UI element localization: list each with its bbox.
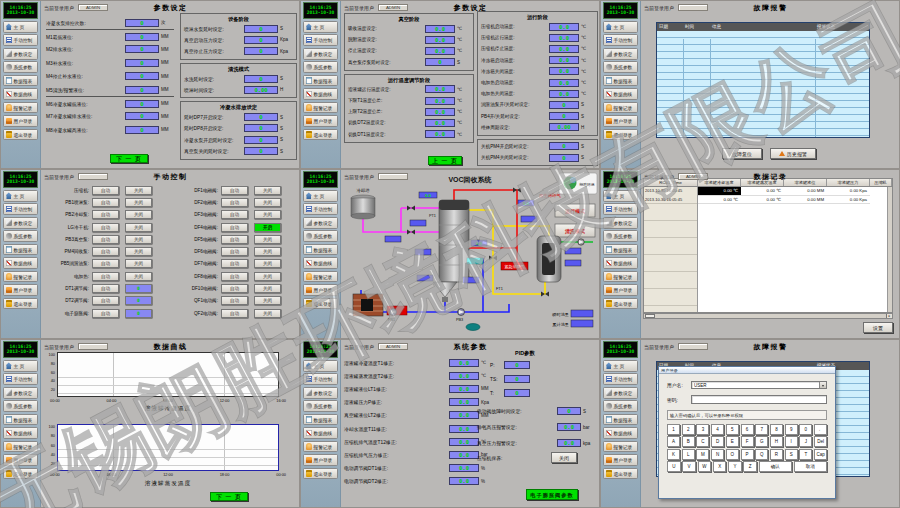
value-field[interactable]: 0.0 <box>449 359 479 367</box>
scroll-right-arrow[interactable]: ▸ <box>886 314 892 318</box>
state-button[interactable]: 0 <box>125 296 152 305</box>
value-field[interactable]: 0.0 <box>449 464 479 472</box>
sidebar-item-manual[interactable]: 手动控制 <box>303 373 338 385</box>
key-button[interactable]: V <box>682 461 696 472</box>
value-field[interactable]: 0.0 <box>549 34 579 42</box>
sidebar-item-home[interactable]: 主 页 <box>303 21 338 33</box>
sidebar-item-curve[interactable]: 数据曲线 <box>603 257 638 269</box>
sidebar-item-manual[interactable]: 手动控制 <box>3 34 38 46</box>
value-field[interactable]: 0.0 <box>449 425 479 433</box>
table-row[interactable]: 2013-10-30 16:05:45 0.00 ℃ 0.00 ℃ 0.00 M… <box>644 196 892 205</box>
value-field[interactable]: 0 <box>125 100 159 108</box>
key-button[interactable]: M <box>696 449 709 460</box>
sidebar-item-home[interactable]: 主 页 <box>3 21 38 33</box>
state-button[interactable]: 关闭 <box>125 186 152 195</box>
state-button[interactable]: 关闭 <box>254 210 281 219</box>
key-button[interactable]: H <box>770 436 783 447</box>
value-field[interactable]: 0.0 <box>449 411 479 419</box>
sidebar-item-curve[interactable]: 数据曲线 <box>603 427 638 439</box>
state-button[interactable]: 关闭 <box>254 186 281 195</box>
username-select[interactable]: USER <box>691 381 827 389</box>
sidebar-item-curve[interactable]: 数据曲线 <box>3 427 38 439</box>
value-field[interactable]: 0.0 <box>425 25 455 33</box>
next-page-button[interactable]: 下 一 页 <box>110 154 148 163</box>
dialog-title-bar[interactable]: 用户登录 <box>659 367 835 374</box>
sidebar-item-system[interactable]: 系统参数 <box>3 400 38 412</box>
value-field[interactable]: 0.0 <box>425 85 455 93</box>
auto-button[interactable]: 自动 <box>92 235 119 244</box>
sidebar-item-alarm[interactable]: 报警记录 <box>603 441 638 453</box>
sidebar-item-alarm[interactable]: 报警记录 <box>603 102 638 114</box>
sidebar-item-report[interactable]: 数据报表 <box>3 414 38 426</box>
sidebar-item-alarm[interactable]: 报警记录 <box>3 441 38 453</box>
value-field[interactable]: 0.0 <box>449 438 479 446</box>
key-button[interactable]: ← <box>814 424 827 435</box>
state-button[interactable]: 关闭 <box>254 259 281 268</box>
sidebar-item-alarm[interactable]: 报警记录 <box>3 102 38 114</box>
key-button[interactable]: K <box>667 449 680 460</box>
sidebar-item-alarm[interactable]: 报警记录 <box>603 271 638 283</box>
sidebar-item-login[interactable]: 用户登录 <box>3 454 38 466</box>
key-button[interactable]: Del <box>814 436 827 447</box>
auto-button[interactable]: 自动 <box>92 259 119 268</box>
state-button[interactable]: 关闭 <box>254 247 281 256</box>
sidebar-item-login[interactable]: 用户登录 <box>3 115 38 127</box>
value-field[interactable]: 0 <box>244 147 278 155</box>
sidebar-item-manual[interactable]: 手动控制 <box>603 373 638 385</box>
value-field[interactable]: 0 <box>125 72 159 80</box>
value-field[interactable]: 0.00 <box>549 123 579 131</box>
value-field[interactable]: 0.0 <box>549 67 579 75</box>
value-field[interactable]: 0 <box>425 58 455 66</box>
auto-button[interactable]: 自动 <box>221 247 248 256</box>
key-button[interactable]: Y <box>728 461 742 472</box>
sidebar-item-home[interactable]: 主 页 <box>303 190 338 202</box>
state-button[interactable]: 关闭 <box>254 284 281 293</box>
value-field[interactable]: 0 <box>125 59 159 67</box>
sidebar-item-home[interactable]: 主 页 <box>3 360 38 372</box>
sidebar-item-report[interactable]: 数据报表 <box>603 244 638 256</box>
value-field[interactable]: 0 <box>244 47 278 55</box>
auto-button[interactable]: 自动 <box>221 272 248 281</box>
auto-button[interactable]: 自动 <box>92 210 119 219</box>
key-button[interactable]: F <box>741 436 754 447</box>
sidebar-item-curve[interactable]: 数据曲线 <box>303 88 338 100</box>
value-field[interactable]: 0 <box>504 375 530 383</box>
value-field[interactable]: 0 <box>557 407 581 415</box>
value-field[interactable]: 0.00 <box>244 86 278 94</box>
auto-button[interactable]: 自动 <box>221 309 248 318</box>
dropdown-arrow-icon[interactable] <box>819 382 826 388</box>
key-button[interactable]: P <box>741 449 754 460</box>
value-field[interactable]: 0 <box>244 25 278 33</box>
value-field[interactable]: 0 <box>549 142 579 150</box>
value-field[interactable]: 0 <box>125 112 159 120</box>
value-field[interactable]: 0 <box>504 389 530 397</box>
state-button[interactable]: 开启 <box>254 223 281 232</box>
sidebar-item-logout[interactable]: 退出登录 <box>603 468 638 480</box>
state-button[interactable]: 关闭 <box>254 296 281 305</box>
clean-mode-button[interactable]: 清洗模式 <box>555 224 595 237</box>
settings-button[interactable]: 设置 <box>863 322 893 333</box>
auto-button[interactable]: 自动 <box>221 210 248 219</box>
key-button[interactable]: 9 <box>785 424 798 435</box>
cancel-button[interactable]: 取消 <box>794 461 827 472</box>
value-field[interactable]: 0 <box>244 75 278 83</box>
sidebar-item-report[interactable]: 数据报表 <box>303 244 338 256</box>
value-field[interactable]: 0.0 <box>425 97 455 105</box>
value-field[interactable]: 0 <box>244 36 278 44</box>
key-button[interactable]: J <box>799 436 812 447</box>
key-button[interactable]: O <box>726 449 739 460</box>
sidebar-item-params[interactable]: 参数设定 <box>3 48 38 60</box>
value-field[interactable]: 0.0 <box>557 439 581 447</box>
sidebar-item-logout[interactable]: 退出登录 <box>603 298 638 310</box>
state-button[interactable]: 关闭 <box>125 210 152 219</box>
value-field[interactable]: 0 <box>549 101 579 109</box>
value-field[interactable]: 0 <box>125 33 159 41</box>
sidebar-item-report[interactable]: 数据报表 <box>603 414 638 426</box>
value-field[interactable]: 0.0 <box>425 108 455 116</box>
sidebar-item-params[interactable]: 参数设定 <box>303 217 338 229</box>
state-button[interactable]: 0 <box>125 309 152 318</box>
sidebar-item-curve[interactable]: 数据曲线 <box>303 427 338 439</box>
sidebar-item-home[interactable]: 主 页 <box>3 190 38 202</box>
sidebar-item-system[interactable]: 系统参数 <box>3 230 38 242</box>
value-field[interactable]: 0 <box>244 124 278 132</box>
